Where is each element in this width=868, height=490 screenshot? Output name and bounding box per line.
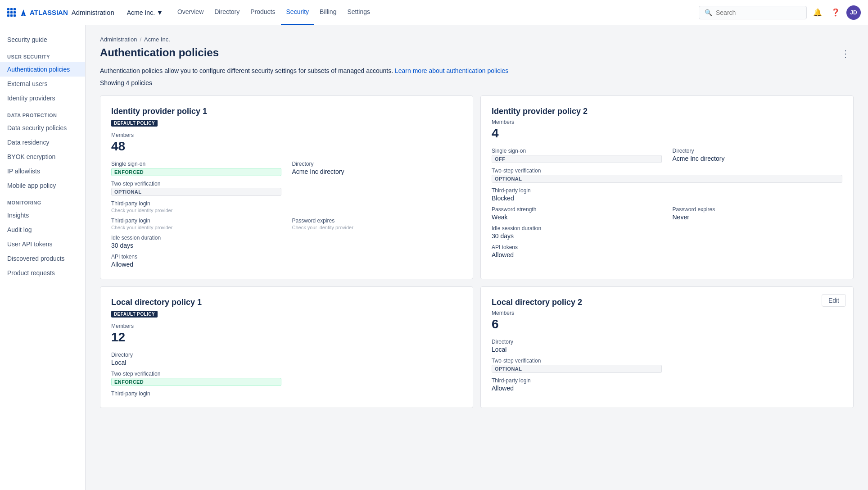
page-header: Authentication policies ⋮ xyxy=(100,46,854,61)
policy-4-name: Local directory policy 2 xyxy=(492,298,842,307)
nav-products[interactable]: Products xyxy=(245,0,280,25)
policy-3-2sv-badge: ENFORCED xyxy=(111,378,281,386)
policy-2-2sv: Two-step verification OPTIONAL xyxy=(492,168,842,183)
avatar[interactable]: JD xyxy=(846,5,861,20)
sidebar-item-authentication-policies[interactable]: Authentication policies xyxy=(0,62,85,77)
policy-2-sso: Single sign-on OFF xyxy=(492,148,662,163)
layout: Security guide USER SECURITY Authenticat… xyxy=(0,25,868,490)
learn-more-link[interactable]: Learn more about authentication policies xyxy=(395,67,508,74)
policy-3-members-label: Members xyxy=(111,323,462,329)
nav-settings[interactable]: Settings xyxy=(342,0,375,25)
policy-2-password-expires: Password expires Never xyxy=(673,206,843,221)
sidebar-item-identity-providers[interactable]: Identity providers xyxy=(0,91,85,105)
nav-links: Overview Directory Products Security Bil… xyxy=(172,0,695,25)
top-navigation: ATLASSIAN Administration Acme Inc. ▼ Ove… xyxy=(0,0,868,25)
policy-1-default-badge: DEFAULT POLICY xyxy=(111,120,158,127)
sidebar-item-mobile-app-policy[interactable]: Mobile app policy xyxy=(0,178,85,193)
policy-2-2sv-badge: OPTIONAL xyxy=(492,175,842,183)
sidebar-data-protection-label: DATA PROTECTION xyxy=(0,105,85,121)
policy-4-members-label: Members xyxy=(492,310,842,316)
page-description: Authentication policies allow you to con… xyxy=(100,66,854,76)
policy-1-directory: Directory Acme Inc directory xyxy=(292,161,462,176)
policy-card-1: Identity provider policy 1 DEFAULT POLIC… xyxy=(100,95,473,279)
sidebar-item-product-requests[interactable]: Product requests xyxy=(0,266,85,280)
sidebar-item-user-api-tokens[interactable]: User API tokens xyxy=(0,237,85,251)
search-box[interactable]: 🔍 xyxy=(699,6,807,19)
org-selector[interactable]: Acme Inc. ▼ xyxy=(127,9,163,16)
policy-2-directory: Directory Acme Inc directory xyxy=(673,148,843,163)
policy-3-name: Local directory policy 1 xyxy=(111,298,462,307)
policy-3-members-count: 12 xyxy=(111,330,462,345)
policy-4-edit-button[interactable]: Edit xyxy=(822,294,846,307)
sidebar-user-security-label: USER SECURITY xyxy=(0,47,85,62)
policy-1-third-party: Third-party login Check your identity pr… xyxy=(111,200,281,213)
policy-2-members-count: 4 xyxy=(492,126,842,141)
policy-2-api-tokens: API tokens Allowed xyxy=(492,244,662,259)
admin-label: Administration xyxy=(72,9,114,16)
policy-4-directory: Directory Local xyxy=(492,339,662,353)
nav-directory[interactable]: Directory xyxy=(209,0,245,25)
main-content: Administration / Acme Inc. Authenticatio… xyxy=(86,25,868,490)
nav-security[interactable]: Security xyxy=(281,0,315,25)
policy-1-members-count: 48 xyxy=(111,139,462,154)
sidebar-item-external-users[interactable]: External users xyxy=(0,77,85,91)
policy-1-name: Identity provider policy 1 xyxy=(111,107,462,116)
policy-3-directory: Directory Local xyxy=(111,352,281,366)
sidebar-item-data-security-policies[interactable]: Data security policies xyxy=(0,121,85,135)
policy-1-idle-session: Idle session duration 30 days xyxy=(111,235,281,249)
help-button[interactable]: ❓ xyxy=(828,5,843,20)
policy-card-3: Local directory policy 1 DEFAULT POLICY … xyxy=(100,286,473,408)
policy-2-name: Identity provider policy 2 xyxy=(492,107,842,116)
policy-4-members-count: 6 xyxy=(492,317,842,331)
sidebar-item-byok-encryption[interactable]: BYOK encryption xyxy=(0,150,85,164)
policy-card-4: Edit Local directory policy 2 Members 6 … xyxy=(480,286,854,408)
sidebar-item-discovered-products[interactable]: Discovered products xyxy=(0,251,85,266)
sidebar-item-audit-log[interactable]: Audit log xyxy=(0,222,85,237)
atlassian-logo: ATLASSIAN xyxy=(19,8,68,17)
logo-area: ATLASSIAN Administration xyxy=(7,8,114,17)
policy-4-third-party: Third-party login Allowed xyxy=(492,377,662,392)
policy-1-api-tokens: API tokens Allowed xyxy=(111,254,281,268)
search-icon: 🔍 xyxy=(705,9,712,16)
sidebar: Security guide USER SECURITY Authenticat… xyxy=(0,25,86,490)
policy-1-2sv: Two-step verification OPTIONAL xyxy=(111,181,281,196)
breadcrumb-separator: / xyxy=(140,36,141,43)
policy-2-password-strength: Password strength Weak xyxy=(492,206,662,221)
sidebar-item-data-residency[interactable]: Data residency xyxy=(0,135,85,150)
apps-grid-icon[interactable] xyxy=(7,8,15,17)
breadcrumb: Administration / Acme Inc. xyxy=(100,36,854,43)
policy-2-third-party: Third-party login Blocked xyxy=(492,187,842,202)
breadcrumb-admin[interactable]: Administration xyxy=(100,36,137,43)
showing-count: Showing 4 policies xyxy=(100,79,854,86)
policy-card-2: Identity provider policy 2 Members 4 Sin… xyxy=(480,95,854,279)
page-title: Authentication policies xyxy=(100,46,219,59)
policy-1-2sv-badge: OPTIONAL xyxy=(111,188,281,196)
policy-1-sso-badge: ENFORCED xyxy=(111,168,281,176)
sidebar-security-guide[interactable]: Security guide xyxy=(0,32,85,47)
policy-2-idle-session: Idle session duration 30 days xyxy=(492,225,662,240)
policy-2-sso-badge: OFF xyxy=(492,155,662,163)
policy-3-2sv: Two-step verification ENFORCED xyxy=(111,371,281,386)
chevron-down-icon: ▼ xyxy=(157,9,163,16)
more-options-button[interactable]: ⋮ xyxy=(837,46,854,61)
policy-1-password-expires: Password expires Check your identity pro… xyxy=(292,218,462,230)
policy-1-third-party-2: Third-party login Check your identity pr… xyxy=(111,218,281,230)
policy-2-members-label: Members xyxy=(492,119,842,125)
policy-1-members-label: Members xyxy=(111,132,462,138)
policy-3-third-party: Third-party login xyxy=(111,390,281,397)
policy-1-sso: Single sign-on ENFORCED xyxy=(111,161,281,176)
policy-3-default-badge: DEFAULT POLICY xyxy=(111,311,158,318)
nav-overview[interactable]: Overview xyxy=(172,0,209,25)
topnav-right: 🔍 🔔 ❓ JD xyxy=(699,5,861,20)
policy-grid: Identity provider policy 1 DEFAULT POLIC… xyxy=(100,95,854,408)
nav-billing[interactable]: Billing xyxy=(314,0,342,25)
atlassian-text: ATLASSIAN xyxy=(30,9,68,16)
policy-4-2sv-badge: OPTIONAL xyxy=(492,365,662,373)
sidebar-item-ip-allowlists[interactable]: IP allowlists xyxy=(0,164,85,178)
sidebar-monitoring-label: MONITORING xyxy=(0,193,85,208)
search-input[interactable] xyxy=(716,9,801,16)
policy-4-2sv: Two-step verification OPTIONAL xyxy=(492,358,662,373)
notifications-button[interactable]: 🔔 xyxy=(810,5,825,20)
breadcrumb-org[interactable]: Acme Inc. xyxy=(144,36,170,43)
sidebar-item-insights[interactable]: Insights xyxy=(0,208,85,222)
